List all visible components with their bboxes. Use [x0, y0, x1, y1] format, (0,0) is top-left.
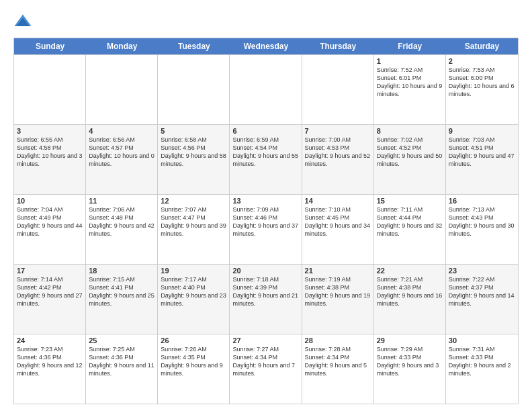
- day-number: 7: [305, 127, 371, 135]
- calendar: SundayMondayTuesdayWednesdayThursdayFrid…: [13, 38, 519, 404]
- cal-cell-6: 6Sunrise: 6:59 AM Sunset: 4:54 PM Daylig…: [230, 125, 302, 194]
- day-number: 10: [17, 197, 83, 205]
- day-number: 17: [17, 267, 83, 275]
- cal-cell-empty-0-3: [230, 55, 302, 124]
- cal-cell-27: 27Sunrise: 7:27 AM Sunset: 4:34 PM Dayli…: [230, 334, 302, 404]
- day-info: Sunrise: 6:55 AM Sunset: 4:58 PM Dayligh…: [17, 136, 83, 169]
- day-number: 5: [161, 127, 226, 135]
- day-number: 14: [305, 197, 371, 205]
- day-number: 24: [17, 336, 83, 345]
- day-number: 25: [89, 336, 154, 345]
- day-number: 21: [305, 267, 371, 275]
- cal-cell-5: 5Sunrise: 6:58 AM Sunset: 4:56 PM Daylig…: [158, 125, 230, 194]
- day-number: 26: [161, 336, 226, 345]
- day-info: Sunrise: 7:22 AM Sunset: 4:37 PM Dayligh…: [449, 275, 515, 308]
- cal-cell-14: 14Sunrise: 7:10 AM Sunset: 4:45 PM Dayli…: [302, 195, 374, 264]
- header-day-saturday: Saturday: [446, 38, 518, 54]
- day-info: Sunrise: 7:13 AM Sunset: 4:43 PM Dayligh…: [449, 205, 515, 238]
- cal-cell-24: 24Sunrise: 7:23 AM Sunset: 4:36 PM Dayli…: [14, 334, 86, 404]
- day-number: 19: [161, 267, 226, 275]
- week-row-3: 17Sunrise: 7:14 AM Sunset: 4:42 PM Dayli…: [14, 264, 518, 334]
- cal-cell-12: 12Sunrise: 7:07 AM Sunset: 4:47 PM Dayli…: [158, 195, 230, 264]
- day-info: Sunrise: 7:18 AM Sunset: 4:39 PM Dayligh…: [232, 275, 298, 308]
- day-number: 9: [449, 127, 515, 135]
- cal-cell-25: 25Sunrise: 7:25 AM Sunset: 4:36 PM Dayli…: [86, 334, 158, 404]
- day-number: 13: [232, 197, 298, 205]
- cal-cell-26: 26Sunrise: 7:26 AM Sunset: 4:35 PM Dayli…: [158, 334, 230, 404]
- day-info: Sunrise: 7:19 AM Sunset: 4:38 PM Dayligh…: [305, 275, 371, 308]
- day-info: Sunrise: 6:58 AM Sunset: 4:56 PM Dayligh…: [161, 136, 226, 169]
- day-number: 28: [305, 336, 371, 345]
- logo-icon: [13, 12, 32, 31]
- day-info: Sunrise: 7:10 AM Sunset: 4:45 PM Dayligh…: [305, 205, 371, 238]
- day-number: 20: [232, 267, 298, 275]
- cal-cell-29: 29Sunrise: 7:29 AM Sunset: 4:33 PM Dayli…: [374, 334, 446, 404]
- cal-cell-2: 2Sunrise: 7:53 AM Sunset: 6:00 PM Daylig…: [446, 55, 518, 124]
- cal-cell-23: 23Sunrise: 7:22 AM Sunset: 4:37 PM Dayli…: [446, 265, 518, 334]
- day-info: Sunrise: 7:17 AM Sunset: 4:40 PM Dayligh…: [161, 275, 226, 308]
- cal-cell-13: 13Sunrise: 7:09 AM Sunset: 4:46 PM Dayli…: [230, 195, 302, 264]
- week-row-1: 3Sunrise: 6:55 AM Sunset: 4:58 PM Daylig…: [14, 124, 518, 194]
- day-number: 2: [449, 57, 515, 65]
- cal-cell-18: 18Sunrise: 7:15 AM Sunset: 4:41 PM Dayli…: [86, 265, 158, 334]
- day-info: Sunrise: 7:02 AM Sunset: 4:52 PM Dayligh…: [377, 136, 443, 169]
- day-info: Sunrise: 7:14 AM Sunset: 4:42 PM Dayligh…: [17, 275, 83, 308]
- day-number: 6: [232, 127, 298, 135]
- cal-cell-11: 11Sunrise: 7:06 AM Sunset: 4:48 PM Dayli…: [86, 195, 158, 264]
- logo: [13, 12, 34, 31]
- day-number: 29: [377, 336, 443, 345]
- day-info: Sunrise: 7:06 AM Sunset: 4:48 PM Dayligh…: [89, 205, 154, 238]
- calendar-header: SundayMondayTuesdayWednesdayThursdayFrid…: [14, 38, 518, 54]
- day-number: 8: [377, 127, 443, 135]
- header-day-monday: Monday: [86, 38, 158, 54]
- header: [13, 12, 519, 31]
- day-info: Sunrise: 7:23 AM Sunset: 4:36 PM Dayligh…: [17, 345, 83, 378]
- day-info: Sunrise: 7:15 AM Sunset: 4:41 PM Dayligh…: [89, 275, 154, 308]
- day-number: 18: [89, 267, 154, 275]
- header-day-thursday: Thursday: [302, 38, 374, 54]
- cal-cell-empty-0-0: [14, 55, 86, 124]
- cal-cell-16: 16Sunrise: 7:13 AM Sunset: 4:43 PM Dayli…: [446, 195, 518, 264]
- cal-cell-17: 17Sunrise: 7:14 AM Sunset: 4:42 PM Dayli…: [14, 265, 86, 334]
- day-info: Sunrise: 7:25 AM Sunset: 4:36 PM Dayligh…: [89, 345, 154, 378]
- day-info: Sunrise: 7:52 AM Sunset: 6:01 PM Dayligh…: [377, 66, 443, 99]
- cal-cell-empty-0-4: [302, 55, 374, 124]
- day-number: 22: [377, 267, 443, 275]
- cal-cell-20: 20Sunrise: 7:18 AM Sunset: 4:39 PM Dayli…: [230, 265, 302, 334]
- day-info: Sunrise: 7:27 AM Sunset: 4:34 PM Dayligh…: [232, 345, 298, 378]
- cal-cell-4: 4Sunrise: 6:56 AM Sunset: 4:57 PM Daylig…: [86, 125, 158, 194]
- day-number: 27: [232, 336, 298, 345]
- day-info: Sunrise: 7:11 AM Sunset: 4:44 PM Dayligh…: [377, 205, 443, 238]
- cal-cell-10: 10Sunrise: 7:04 AM Sunset: 4:49 PM Dayli…: [14, 195, 86, 264]
- cal-cell-30: 30Sunrise: 7:31 AM Sunset: 4:33 PM Dayli…: [446, 334, 518, 404]
- cal-cell-9: 9Sunrise: 7:03 AM Sunset: 4:51 PM Daylig…: [446, 125, 518, 194]
- day-info: Sunrise: 7:09 AM Sunset: 4:46 PM Dayligh…: [232, 205, 298, 238]
- day-info: Sunrise: 7:21 AM Sunset: 4:38 PM Dayligh…: [377, 275, 443, 308]
- day-info: Sunrise: 7:07 AM Sunset: 4:47 PM Dayligh…: [161, 205, 226, 238]
- day-info: Sunrise: 6:56 AM Sunset: 4:57 PM Dayligh…: [89, 136, 154, 169]
- day-info: Sunrise: 7:04 AM Sunset: 4:49 PM Dayligh…: [17, 205, 83, 238]
- day-info: Sunrise: 7:29 AM Sunset: 4:33 PM Dayligh…: [377, 345, 443, 378]
- day-number: 1: [377, 57, 443, 65]
- cal-cell-empty-0-2: [158, 55, 230, 124]
- cal-cell-8: 8Sunrise: 7:02 AM Sunset: 4:52 PM Daylig…: [374, 125, 446, 194]
- cal-cell-15: 15Sunrise: 7:11 AM Sunset: 4:44 PM Dayli…: [374, 195, 446, 264]
- cal-cell-28: 28Sunrise: 7:28 AM Sunset: 4:34 PM Dayli…: [302, 334, 374, 404]
- day-info: Sunrise: 7:53 AM Sunset: 6:00 PM Dayligh…: [449, 66, 515, 99]
- day-number: 30: [449, 336, 515, 345]
- day-number: 23: [449, 267, 515, 275]
- header-day-sunday: Sunday: [14, 38, 86, 54]
- day-number: 11: [89, 197, 154, 205]
- day-info: Sunrise: 7:00 AM Sunset: 4:53 PM Dayligh…: [305, 136, 371, 169]
- day-number: 3: [17, 127, 83, 135]
- day-number: 12: [161, 197, 226, 205]
- day-info: Sunrise: 7:03 AM Sunset: 4:51 PM Dayligh…: [449, 136, 515, 169]
- day-number: 4: [89, 127, 154, 135]
- page: SundayMondayTuesdayWednesdayThursdayFrid…: [0, 0, 532, 411]
- week-row-0: 1Sunrise: 7:52 AM Sunset: 6:01 PM Daylig…: [14, 54, 518, 124]
- header-day-tuesday: Tuesday: [158, 38, 230, 54]
- week-row-4: 24Sunrise: 7:23 AM Sunset: 4:36 PM Dayli…: [14, 334, 518, 404]
- cal-cell-22: 22Sunrise: 7:21 AM Sunset: 4:38 PM Dayli…: [374, 265, 446, 334]
- day-info: Sunrise: 7:28 AM Sunset: 4:34 PM Dayligh…: [305, 345, 371, 378]
- week-row-2: 10Sunrise: 7:04 AM Sunset: 4:49 PM Dayli…: [14, 194, 518, 264]
